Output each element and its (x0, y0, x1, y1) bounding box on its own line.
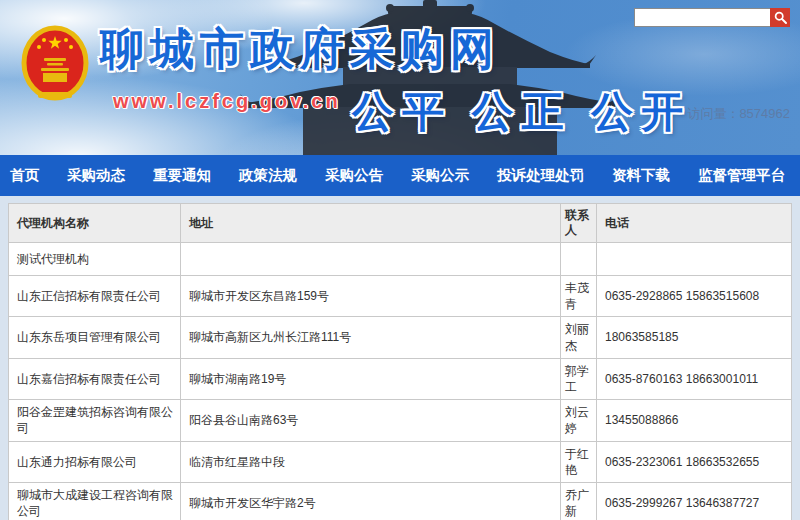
table-row: 山东嘉信招标有限责任公司 聊城市湖南路19号 郭学工 0635-8760163 … (9, 358, 792, 399)
agency-name-cell: 山东东岳项目管理有限公司 (9, 317, 181, 358)
contact-cell: 丰茂青 (561, 276, 597, 317)
page: 聊城市政府采购网 www.lczfcg.gov.cn 公平 公正 公开 访问量：… (0, 0, 800, 520)
column-header-contact: 联系人 (561, 204, 597, 243)
search-icon (774, 11, 787, 24)
address-cell: 聊城市开发区东昌路159号 (181, 276, 561, 317)
nav-item-home[interactable]: 首页 (10, 155, 53, 196)
nav-item-complaints[interactable]: 投诉处理处罚 (483, 155, 598, 196)
nav-item-supervision-platform[interactable]: 监督管理平台 (684, 155, 799, 196)
contact-cell: 乔广新 (561, 482, 597, 520)
agency-name-cell: 山东通力招标有限公司 (9, 441, 181, 482)
table-row: 山东东岳项目管理有限公司 聊城市高新区九州长江路111号 刘丽杰 1806358… (9, 317, 792, 358)
column-header-phone: 电话 (597, 204, 792, 243)
contact-cell (561, 243, 597, 276)
search-bar (634, 8, 790, 27)
nav-item-procurement-announcements[interactable]: 采购公告 (311, 155, 397, 196)
nav-item-important-notices[interactable]: 重要通知 (139, 155, 225, 196)
main-nav: 首页 采购动态 重要通知 政策法规 采购公告 采购公示 投诉处理处罚 资料下载 … (0, 155, 800, 196)
column-header-address: 地址 (181, 204, 561, 243)
address-cell: 聊城市湖南路19号 (181, 358, 561, 399)
address-cell (181, 243, 561, 276)
site-title: 聊城市政府采购网 (100, 20, 500, 79)
phone-cell: 13455088866 (597, 400, 792, 441)
site-banner: 聊城市政府采购网 www.lczfcg.gov.cn 公平 公正 公开 访问量：… (0, 0, 800, 155)
column-header-agency-name: 代理机构名称 (9, 204, 181, 243)
phone-cell: 0635-2323061 18663532655 (597, 441, 792, 482)
visit-counter-value: 8574962 (739, 106, 790, 121)
content-area: 代理机构名称 地址 联系人 电话 测试代理机构 山东正信招标有限责任公司 聊城市… (0, 196, 800, 520)
agency-name-cell: 聊城市大成建设工程咨询有限公司 (9, 482, 181, 520)
table-row: 聊城市大成建设工程咨询有限公司 聊城市开发区华宇路2号 乔广新 0635-299… (9, 482, 792, 520)
national-emblem-logo (20, 22, 90, 108)
nav-item-procurement-publicity[interactable]: 采购公示 (397, 155, 483, 196)
nav-item-policies[interactable]: 政策法规 (225, 155, 311, 196)
phone-cell (597, 243, 792, 276)
visit-counter: 访问量：8574962 (687, 105, 790, 123)
table-row: 山东正信招标有限责任公司 聊城市开发区东昌路159号 丰茂青 0635-2928… (9, 276, 792, 317)
agency-table: 代理机构名称 地址 联系人 电话 测试代理机构 山东正信招标有限责任公司 聊城市… (8, 203, 792, 520)
contact-cell: 郭学工 (561, 358, 597, 399)
address-cell: 聊城市高新区九州长江路111号 (181, 317, 561, 358)
site-slogan: 公平 公正 公开 (352, 84, 691, 140)
table-row: 测试代理机构 (9, 243, 792, 276)
agency-name-cell: 山东嘉信招标有限责任公司 (9, 358, 181, 399)
nav-item-procurement-news[interactable]: 采购动态 (53, 155, 139, 196)
address-cell: 临清市红星路中段 (181, 441, 561, 482)
agency-name-cell: 测试代理机构 (9, 243, 181, 276)
contact-cell: 于红艳 (561, 441, 597, 482)
table-row: 山东通力招标有限公司 临清市红星路中段 于红艳 0635-2323061 186… (9, 441, 792, 482)
phone-cell: 0635-2928865 15863515608 (597, 276, 792, 317)
contact-cell: 刘丽杰 (561, 317, 597, 358)
table-header-row: 代理机构名称 地址 联系人 电话 (9, 204, 792, 243)
visit-counter-label: 访问量： (687, 106, 739, 121)
nav-item-downloads[interactable]: 资料下载 (598, 155, 684, 196)
phone-cell: 18063585185 (597, 317, 792, 358)
agency-name-cell: 山东正信招标有限责任公司 (9, 276, 181, 317)
table-row: 阳谷金罡建筑招标咨询有限公司 阳谷县谷山南路63号 刘云婷 1345508886… (9, 400, 792, 441)
address-cell: 聊城市开发区华宇路2号 (181, 482, 561, 520)
search-input[interactable] (634, 8, 770, 27)
address-cell: 阳谷县谷山南路63号 (181, 400, 561, 441)
phone-cell: 0635-8760163 18663001011 (597, 358, 792, 399)
agency-name-cell: 阳谷金罡建筑招标咨询有限公司 (9, 400, 181, 441)
phone-cell: 0635-2999267 13646387727 (597, 482, 792, 520)
contact-cell: 刘云婷 (561, 400, 597, 441)
search-button[interactable] (770, 8, 790, 27)
site-url: www.lczfcg.gov.cn (113, 90, 341, 113)
